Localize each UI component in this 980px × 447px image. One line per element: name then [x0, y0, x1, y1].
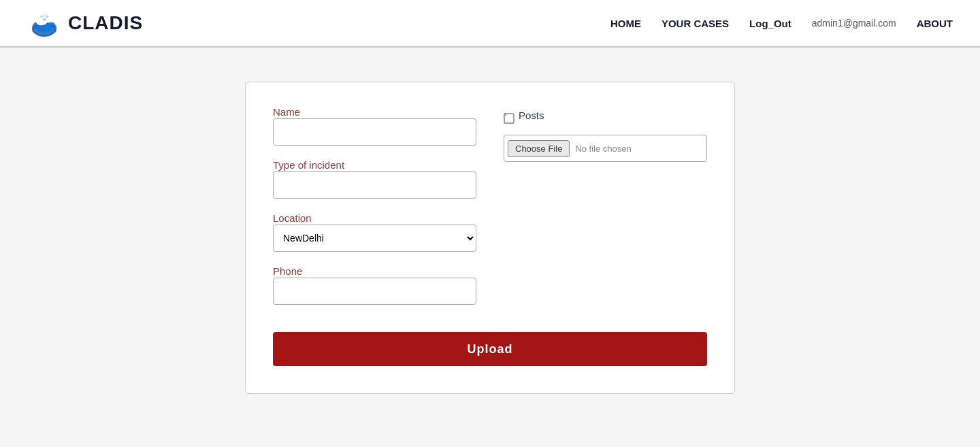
upload-btn-row: Upload	[273, 332, 707, 366]
nav-your-cases[interactable]: YOUR CASES	[662, 18, 729, 29]
svg-point-8	[42, 14, 48, 19]
nav-about[interactable]: ABOUT	[917, 18, 953, 29]
name-input[interactable]	[273, 118, 476, 146]
posts-label: Posts	[519, 110, 544, 121]
location-label: Location	[273, 212, 312, 224]
incident-field-group: Type of incident	[273, 159, 476, 199]
phone-input[interactable]	[273, 278, 476, 305]
posts-image-icon	[504, 113, 514, 124]
name-field-group: Name	[273, 106, 476, 146]
nav-logout[interactable]: Log_Out	[749, 18, 791, 29]
form-card: Name Type of incident Location NewDelhi …	[245, 82, 735, 394]
location-field-group: Location NewDelhi Mumbai Chennai Kolkata…	[273, 212, 476, 252]
no-file-text: No file chosen	[575, 144, 631, 154]
name-label: Name	[273, 106, 300, 118]
phone-field-group: Phone	[273, 265, 476, 305]
logo-icon	[27, 6, 61, 40]
brand-title: CLADIS	[68, 12, 143, 34]
posts-label-row: Posts	[504, 110, 707, 127]
nav-home[interactable]: HOME	[610, 18, 641, 29]
phone-label: Phone	[273, 265, 302, 277]
form-left: Name Type of incident Location NewDelhi …	[273, 106, 476, 318]
incident-input[interactable]	[273, 171, 476, 199]
incident-label: Type of incident	[273, 159, 344, 171]
navbar: CLADIS HOME YOUR CASES Log_Out admin1@gm…	[0, 0, 980, 48]
user-email: admin1@gmail.com	[812, 18, 896, 29]
form-right: Posts Choose File No file chosen	[504, 106, 707, 318]
location-select[interactable]: NewDelhi Mumbai Chennai Kolkata Bangalor…	[273, 225, 476, 252]
brand: CLADIS	[27, 6, 143, 40]
form-grid: Name Type of incident Location NewDelhi …	[273, 106, 707, 318]
upload-button[interactable]: Upload	[273, 332, 707, 366]
navbar-links: HOME YOUR CASES Log_Out admin1@gmail.com…	[610, 18, 953, 29]
choose-file-button[interactable]: Choose File	[508, 140, 570, 157]
file-input-wrapper[interactable]: Choose File No file chosen	[504, 135, 707, 162]
main-content: Name Type of incident Location NewDelhi …	[0, 48, 980, 428]
